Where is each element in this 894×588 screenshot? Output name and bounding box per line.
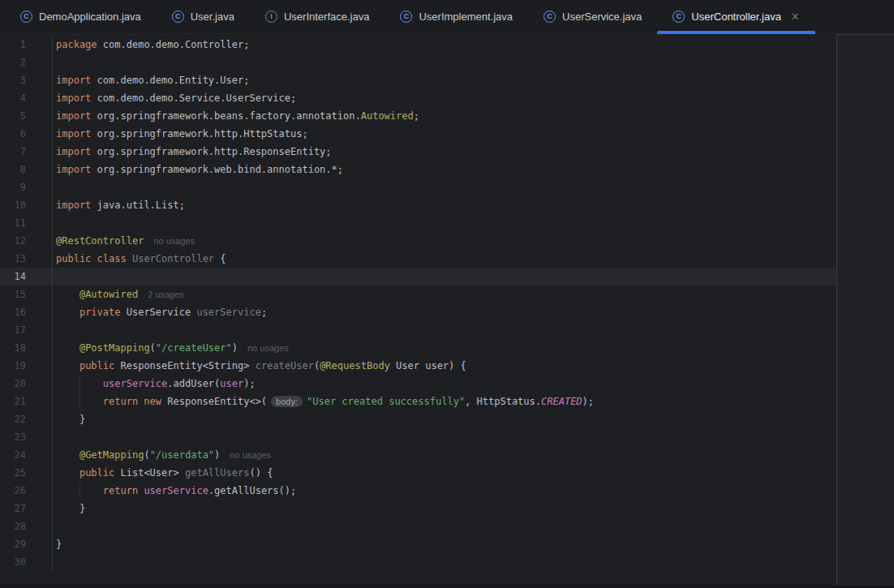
- line-number[interactable]: 9: [0, 178, 53, 196]
- line-number[interactable]: 8: [0, 161, 53, 178]
- code-line-24[interactable]: 24 @GetMapping("/userdata")no usages: [0, 446, 836, 464]
- code-line-4[interactable]: 4import com.demo.demo.Service.UserServic…: [0, 89, 836, 107]
- tab-usercontroller-java[interactable]: CUserController.java✕: [657, 0, 814, 33]
- code-line-15[interactable]: 15 @Autowired2 usages: [0, 285, 836, 303]
- code-line-11[interactable]: 11: [0, 214, 836, 232]
- code-token: ResponseEntity<String>: [114, 360, 255, 371]
- line-number[interactable]: 25: [0, 464, 53, 482]
- tab-userimplement-java[interactable]: CUserImplement.java: [385, 0, 528, 33]
- ide-window: CDemoApplication.javaCUser.javaIUserInte…: [0, 0, 894, 588]
- close-tab-icon[interactable]: ✕: [791, 11, 800, 22]
- line-number[interactable]: 7: [0, 143, 53, 161]
- code-line-9[interactable]: 9: [0, 178, 836, 196]
- code-line-7[interactable]: 7import org.springframework.http.Respons…: [0, 143, 836, 161]
- line-number[interactable]: 14: [0, 268, 53, 285]
- code-line-3[interactable]: 3import com.demo.demo.Entity.User;: [0, 71, 836, 89]
- code-token: (: [150, 342, 156, 354]
- code-text: [53, 54, 836, 71]
- interface-file-icon: I: [265, 11, 277, 23]
- code-line-13[interactable]: 13public class UserController {: [0, 250, 836, 268]
- code-token: List<User>: [114, 467, 185, 479]
- code-token: org.springframework.http.HttpStatus;: [91, 128, 307, 139]
- code-token: }: [56, 503, 85, 514]
- code-line-19[interactable]: 19 public ResponseEntity<String> createU…: [0, 357, 836, 375]
- code-line-28[interactable]: 28: [0, 517, 836, 535]
- tab-user-java[interactable]: CUser.java: [157, 0, 250, 33]
- code-line-18[interactable]: 18 @PostMapping("/createUser")no usages: [0, 339, 836, 357]
- code-line-22[interactable]: 22 }: [0, 410, 836, 428]
- class-file-icon: C: [20, 11, 32, 23]
- code-line-2[interactable]: 2: [0, 54, 836, 71]
- code-token: {: [214, 253, 226, 264]
- line-number[interactable]: 19: [0, 357, 53, 375]
- code-line-30[interactable]: 30: [0, 553, 836, 571]
- code-line-21[interactable]: 21 return new ResponseEntity<>(body:"Use…: [0, 393, 836, 410]
- code-token: [56, 289, 80, 300]
- code-token: java.util.List;: [91, 200, 185, 211]
- code-line-14[interactable]: 14: [0, 268, 836, 285]
- line-number[interactable]: 6: [0, 125, 53, 143]
- line-number[interactable]: 2: [0, 54, 53, 71]
- code-token: [56, 307, 80, 318]
- code-text: public class UserController {: [53, 250, 836, 268]
- line-number[interactable]: 4: [0, 89, 53, 107]
- code-line-12[interactable]: 12@RestControllerno usages: [0, 232, 836, 250]
- line-number[interactable]: 18: [0, 339, 53, 357]
- code-line-17[interactable]: 17: [0, 321, 836, 339]
- code-text: return userService.getAllUsers();: [53, 482, 836, 500]
- code-token: UserController: [132, 253, 214, 264]
- code-line-5[interactable]: 5import org.springframework.beans.factor…: [0, 107, 836, 125]
- usage-hint: no usages: [230, 450, 271, 460]
- code-text: import java.util.List;: [53, 196, 836, 214]
- line-number[interactable]: 20: [0, 375, 53, 393]
- code-text: @GetMapping("/userdata")no usages: [53, 446, 836, 464]
- usage-hint: no usages: [247, 343, 289, 353]
- indent-guide: [80, 482, 80, 500]
- line-number[interactable]: 27: [0, 500, 53, 517]
- line-number[interactable]: 21: [0, 393, 53, 410]
- tab-userservice-java[interactable]: CUserService.java: [528, 0, 657, 33]
- code-editor[interactable]: 1package com.demo.demo.Controller;23impo…: [0, 34, 836, 585]
- line-number[interactable]: 24: [0, 446, 53, 464]
- code-line-25[interactable]: 25 public List<User> getAllUsers() {: [0, 464, 836, 482]
- code-line-29[interactable]: 29}: [0, 535, 836, 553]
- tab-demoapplication-java[interactable]: CDemoApplication.java: [5, 0, 157, 33]
- line-number[interactable]: 13: [0, 250, 53, 268]
- line-number[interactable]: 16: [0, 303, 53, 321]
- code-token: );: [582, 396, 594, 407]
- line-number[interactable]: 11: [0, 214, 53, 232]
- code-line-6[interactable]: 6import org.springframework.http.HttpSta…: [0, 125, 836, 143]
- code-line-20[interactable]: 20 userService.addUser(user);: [0, 375, 836, 393]
- line-number[interactable]: 17: [0, 321, 53, 339]
- code-line-23[interactable]: 23: [0, 428, 836, 446]
- code-text: import org.springframework.beans.factory…: [53, 107, 836, 125]
- code-token: private: [80, 307, 121, 318]
- line-number[interactable]: 23: [0, 428, 53, 446]
- line-number[interactable]: 29: [0, 535, 53, 553]
- code-line-8[interactable]: 8import org.springframework.web.bind.ann…: [0, 161, 836, 178]
- code-token: @GetMapping: [80, 449, 144, 461]
- line-number[interactable]: 28: [0, 517, 53, 535]
- line-number[interactable]: 26: [0, 482, 53, 500]
- line-number[interactable]: 30: [0, 553, 53, 571]
- tab-userinterface-java[interactable]: IUserInterface.java: [250, 0, 385, 33]
- line-number[interactable]: 5: [0, 107, 53, 125]
- code-token: .addUser(: [167, 378, 220, 389]
- code-token: , HttpStatus.: [465, 396, 541, 407]
- code-token: [56, 449, 80, 461]
- tab-label: UserInterface.java: [284, 11, 370, 23]
- code-line-26[interactable]: 26 return userService.getAllUsers();: [0, 482, 836, 500]
- code-token: [56, 467, 80, 479]
- code-token: getAllUsers: [185, 467, 249, 479]
- line-number[interactable]: 3: [0, 71, 53, 89]
- line-number[interactable]: 1: [0, 36, 53, 54]
- code-line-16[interactable]: 16 private UserService userService;: [0, 303, 836, 321]
- code-line-10[interactable]: 10import java.util.List;: [0, 196, 836, 214]
- line-number[interactable]: 22: [0, 410, 53, 428]
- line-number[interactable]: 12: [0, 232, 53, 250]
- code-text: userService.addUser(user);: [53, 375, 836, 393]
- code-line-27[interactable]: 27 }: [0, 500, 836, 517]
- line-number[interactable]: 10: [0, 196, 53, 214]
- code-line-1[interactable]: 1package com.demo.demo.Controller;: [0, 36, 836, 54]
- line-number[interactable]: 15: [0, 285, 53, 303]
